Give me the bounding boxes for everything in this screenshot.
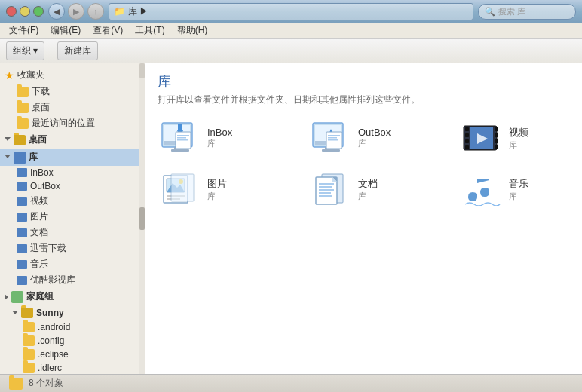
sidebar-item-picture[interactable]: 图片 [0,209,139,225]
sunny-label: Sunny [36,308,64,318]
lib-item-outbox[interactable]: OutBox 库 [308,118,444,158]
organize-button[interactable]: 组织 ▾ [6,41,44,60]
sidebar-item-label: InBox [30,167,54,178]
menu-edit[interactable]: 编辑(E) [44,23,87,38]
sidebar-item-music[interactable]: 音乐 [0,256,139,272]
minimize-button[interactable] [20,6,30,17]
svg-rect-3 [178,124,182,132]
lib-item-info: 音乐 库 [509,177,528,202]
search-bar[interactable]: 🔍 搜索 库 [478,4,576,20]
sidebar-item-label: .eclipse [38,349,69,360]
sidebar-item-label: 视频 [30,194,48,207]
lib-item-type: 库 [358,191,378,202]
chevron-down-icon [12,311,18,317]
folder-open-icon [21,308,33,318]
sidebar-sunny-header[interactable]: Sunny [0,305,139,320]
folder-icon [23,363,35,373]
desktop-folder-icon [14,135,26,145]
svg-rect-44 [319,183,334,185]
sidebar-item-label: 迅雷下载 [30,242,66,255]
sidebar-item-download[interactable]: 下载 [0,84,139,100]
desktop-label: 桌面 [29,133,47,146]
folder-icon [23,335,35,346]
sidebar-item-doc[interactable]: 文档 [0,225,139,240]
menu-tools[interactable]: 工具(T) [129,23,170,38]
status-folder-icon [9,378,23,390]
close-button[interactable] [6,6,17,17]
svg-rect-8 [177,135,189,136]
lib-icon-sm [17,168,27,177]
svg-rect-19 [328,135,340,136]
lib-item-name: 文档 [358,177,378,191]
svg-rect-48 [319,195,332,197]
chevron-right-icon [5,294,8,300]
sidebar-item-label: 文档 [30,226,48,239]
svg-rect-17 [322,149,340,152]
svg-rect-21 [328,139,338,141]
svg-rect-25 [465,139,469,143]
sidebar-item-outbox[interactable]: OutBox [0,179,139,193]
sidebar-item-label: 桌面 [32,101,50,114]
lib-icon-sm [17,197,27,206]
sidebar-item-youku[interactable]: 优酷影视库 [0,272,139,288]
up-button[interactable]: ↑ [87,3,104,20]
new-library-button[interactable]: 新建库 [57,41,98,60]
back-button[interactable]: ◀ [48,3,65,20]
forward-button[interactable]: ▶ [68,3,84,20]
lib-item-music[interactable]: 音乐 库 [459,170,582,209]
status-bar: 8 个对象 [0,374,582,392]
title-bar: ◀ ▶ ↑ 📁 库 ▶ 🔍 搜索 库 [0,0,582,23]
sidebar-item-thunder[interactable]: 迅雷下载 [0,240,139,256]
lib-item-inbox[interactable]: InBox 库 [158,118,293,158]
sidebar-item-config[interactable]: .config [0,334,139,348]
lib-item-type: 库 [207,138,232,149]
sidebar-item-label: 优酷影视库 [30,274,75,286]
sidebar-item-inbox[interactable]: InBox [0,166,139,179]
lib-icon-sm [17,182,27,191]
window-controls [6,6,44,17]
lib-item-type: 库 [509,139,528,151]
maximize-button[interactable] [33,6,44,17]
lib-item-picture[interactable]: 图片 库 [158,170,293,209]
sidebar-item-eclipse[interactable]: .eclipse [0,348,139,361]
lib-item-info: 图片 库 [207,177,227,202]
sidebar-item-label: .android [38,322,70,332]
folder-icon [23,349,35,360]
lib-item-doc[interactable]: 文档 库 [308,170,444,209]
sidebar-item-desktop-fav[interactable]: 桌面 [0,100,139,115]
favorites-label: 收藏夹 [17,69,44,81]
lib-item-type: 库 [358,138,391,149]
sidebar-item-recent[interactable]: 最近访问的位置 [0,115,139,131]
sidebar-item-android[interactable]: .android [0,320,139,334]
folder-icon [17,118,29,129]
svg-rect-10 [177,139,188,141]
lib-item-name: InBox [207,127,232,138]
lib-item-video[interactable]: 视频 库 [459,118,582,158]
sidebar-scrollbar[interactable] [139,63,146,374]
menu-file[interactable]: 文件(F) [3,23,44,38]
lib-item-info: InBox 库 [207,127,232,149]
sidebar-homegroup-header[interactable]: 家庭组 [0,288,139,305]
lib-icon-sm [17,276,27,285]
sidebar: ★ 收藏夹 下载 桌面 最近访问的位置 桌面 库 InBox [0,63,139,374]
sidebar-item-video[interactable]: 视频 [0,193,139,209]
lib-item-name: OutBox [358,127,391,138]
sidebar-desktop-header[interactable]: 桌面 [0,131,139,149]
search-icon: 🔍 [485,7,495,17]
address-bar[interactable]: 📁 库 ▶ [109,3,473,20]
toolbar-separator [51,44,51,59]
chevron-down-icon [5,155,11,161]
lib-item-name: 视频 [509,126,528,139]
sidebar-favorites-header[interactable]: ★ 收藏夹 [0,66,139,84]
content-area: 库 打开库以查看文件并根据文件夹、日期和其他属性排列这些文件。 [146,63,582,374]
svg-rect-20 [328,137,337,139]
main-layout: ★ 收藏夹 下载 桌面 最近访问的位置 桌面 库 InBox [0,63,582,374]
sidebar-item-idlerc[interactable]: .idlerc [0,361,139,374]
menu-view[interactable]: 查看(V) [87,23,129,38]
menu-help[interactable]: 帮助(H) [171,23,214,38]
library-grid: InBox 库 [158,118,570,209]
svg-rect-39 [171,174,194,201]
picture-icon [161,173,200,206]
sidebar-library-header[interactable]: 库 [0,149,139,166]
lib-icon [14,152,26,164]
